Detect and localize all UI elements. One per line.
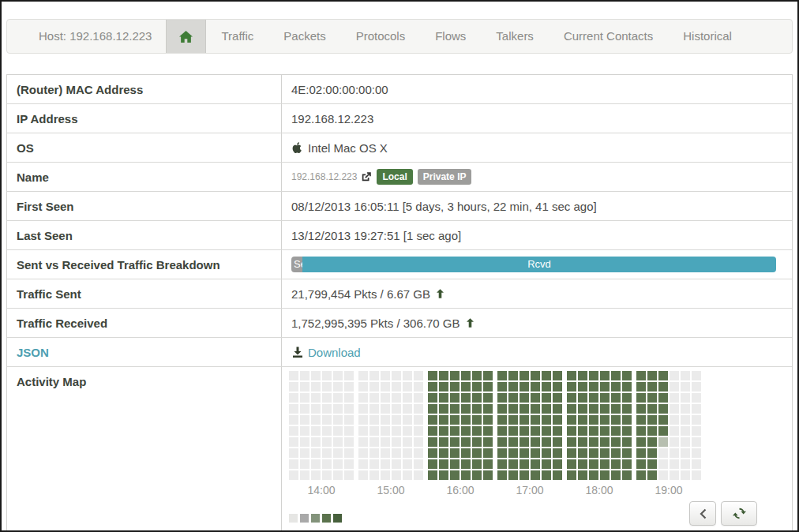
refresh-icon-svg [732,506,747,521]
activity-cell [369,404,379,414]
activity-cell [611,415,621,425]
hour-tick-label: 15:00 [358,484,423,496]
hour-tick-label: 18:00 [567,484,632,496]
activity-cell [692,415,701,425]
activity-cell [670,415,679,425]
activity-cell [439,382,448,392]
activity-cell [403,415,412,425]
activity-cell [472,448,482,458]
activity-cell [658,448,668,458]
activity-cell [472,382,482,392]
activity-cell [622,371,632,380]
ip-label: IP Address [7,104,282,133]
table-row-name: Name 192.168.12.223 Local Private IP [7,163,792,192]
table-row-traffic-sent: Traffic Sent 21,799,454 Pkts / 6.67 GB [7,279,792,309]
external-link-icon[interactable] [361,171,372,182]
activity-cell [531,404,540,414]
os-name: Intel Mac OS X [308,141,388,155]
breakdown-value: Sent Rcvd [282,250,792,279]
activity-cell [344,448,354,458]
activity-cell [658,415,668,425]
activity-cell [681,404,690,414]
tab-protocols[interactable]: Protocols [341,20,421,53]
activity-cell [344,470,354,480]
tab-flows[interactable]: Flows [420,20,481,53]
activity-cell [392,426,401,436]
activity-cell [520,459,529,469]
activity-cell [497,459,507,469]
tab-traffic[interactable]: Traffic [206,20,268,53]
activity-cell [681,415,690,425]
activity-cell [289,426,298,436]
activity-cell [358,371,368,380]
activity-cell [439,404,448,414]
activity-cell [658,371,668,380]
tab-current-contacts[interactable]: Current Contacts [549,20,668,53]
activity-cell [333,393,343,403]
activity-cell [567,459,576,469]
activity-cell [567,393,576,403]
activity-cell [553,382,562,392]
activity-cell [414,382,423,392]
activity-cell [670,426,679,436]
activity-cell [439,426,448,436]
activity-cell [322,459,332,469]
activity-cell [589,404,598,414]
activity-cell [578,470,587,480]
activity-cell [647,415,657,425]
activity-cell [369,470,379,480]
activity-cell [681,448,690,458]
activity-cell [611,437,621,447]
activity-cell [692,437,701,447]
legend-swatch [333,514,342,523]
activity-cell [497,415,507,425]
name-label: Name [7,163,282,191]
activity-cell [483,404,493,414]
activity-back-button[interactable] [689,501,716,526]
activity-cell [472,371,482,380]
activity-cell [414,437,423,447]
activity-cell [567,437,576,447]
tab-historical[interactable]: Historical [668,20,747,53]
activity-cell [520,415,529,425]
activity-cell [472,393,482,403]
activity-cell [392,415,401,425]
activity-refresh-button[interactable] [721,501,757,526]
activity-cell [567,382,576,392]
table-row-traffic-received: Traffic Received 1,752,995,395 Pkts / 30… [7,309,792,338]
tab-home[interactable] [166,20,206,53]
download-link[interactable]: Download [308,346,361,359]
activity-cell [600,393,610,403]
legend-swatch [311,514,320,523]
activity-cell [681,437,690,447]
table-row-ip: IP Address 192.168.12.223 [7,104,792,133]
activity-cell [461,371,471,380]
name-ip-link[interactable]: 192.168.12.223 [291,171,357,182]
activity-cell [531,393,540,403]
activity-cell [531,371,540,380]
host-details-page: Host: 192.168.12.223 TrafficPacketsProto… [0,0,799,532]
activity-cell [553,426,562,436]
activity-cell [647,404,657,414]
activity-cell [589,437,598,447]
activity-cell [450,371,460,380]
activity-cell [322,448,332,458]
tab-packets[interactable]: Packets [268,20,340,53]
activity-cell [358,459,368,469]
activity-cell [497,426,507,436]
activity-cell [611,393,621,403]
activity-cell [414,404,423,414]
activity-cell [520,437,529,447]
activity-cell [428,371,437,380]
activity-cell [658,382,668,392]
activity-cell [520,470,529,480]
first-seen-value: 08/12/2013 16:05:11 [5 days, 3 hours, 22… [282,192,792,220]
activity-cell [542,459,551,469]
activity-cell [647,459,657,469]
table-row-breakdown: Sent vs Received Traffic Breakdown Sent … [7,250,792,279]
arrow-up-icon [435,288,445,299]
activity-cell [647,382,657,392]
tab-talkers[interactable]: Talkers [481,20,549,53]
activity-cell [381,448,390,458]
activity-cell [450,393,460,403]
